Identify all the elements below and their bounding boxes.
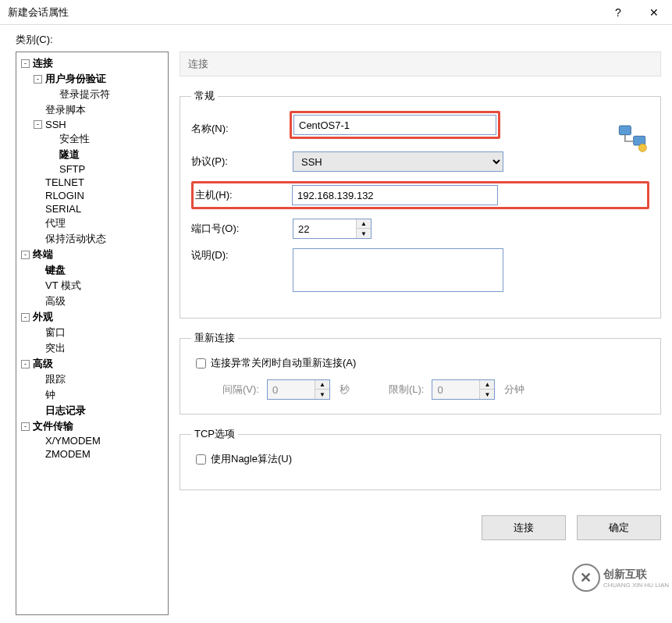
auto-reconnect-label: 连接异常关闭时自动重新连接(A) bbox=[211, 356, 356, 370]
reconnect-group: 重新连接 连接异常关闭时自动重新连接(A) 间隔(V): ▲▼ 秒 限制(L): bbox=[180, 331, 661, 415]
expand-icon[interactable]: - bbox=[21, 422, 30, 431]
watermark-text: 创新互联 bbox=[603, 568, 669, 582]
tree-vt-mode[interactable]: VT 模式 bbox=[45, 279, 81, 293]
interval-spinner: ▲▼ bbox=[267, 379, 330, 400]
expand-icon[interactable]: - bbox=[21, 360, 30, 368]
tcp-group: TCP选项 使用Nagle算法(U) bbox=[180, 427, 661, 490]
tree-ssh[interactable]: SSH bbox=[45, 119, 66, 130]
tree-security[interactable]: 安全性 bbox=[59, 132, 90, 146]
desc-label: 说明(D): bbox=[191, 248, 293, 262]
tree-terminal[interactable]: 终端 bbox=[33, 247, 53, 262]
watermark: ✕ 创新互联 CHUANG XIN HU LIAN bbox=[572, 564, 669, 592]
category-tree[interactable]: -连接 -用户身份验证 登录提示符 登录脚本 -SSH 安全性 隧道 bbox=[16, 52, 169, 615]
auto-reconnect-checkbox[interactable] bbox=[196, 358, 206, 368]
tree-proxy[interactable]: 代理 bbox=[45, 216, 66, 230]
unit-sec: 秒 bbox=[340, 383, 350, 397]
tree-sftp[interactable]: SFTP bbox=[59, 163, 85, 175]
tree-login-prompt[interactable]: 登录提示符 bbox=[59, 87, 110, 101]
connection-icon bbox=[615, 120, 649, 155]
general-group: 常规 名称(N): 协议(P): SSH bbox=[180, 89, 661, 319]
tree-bell[interactable]: 钟 bbox=[45, 388, 55, 402]
tree-window[interactable]: 窗口 bbox=[45, 326, 66, 340]
reconnect-legend: 重新连接 bbox=[191, 331, 238, 345]
watermark-sub: CHUANG XIN HU LIAN bbox=[603, 582, 669, 589]
nagle-label: 使用Nagle算法(U) bbox=[211, 452, 292, 466]
limit-spinner: ▲▼ bbox=[432, 379, 495, 400]
tree-logging[interactable]: 日志记录 bbox=[45, 404, 86, 418]
dialog-content: 类别(C): -连接 -用户身份验证 登录提示符 登录脚本 -SSH bbox=[0, 25, 672, 623]
tree-rlogin[interactable]: RLOGIN bbox=[45, 190, 84, 201]
expand-icon[interactable]: - bbox=[34, 120, 42, 129]
tree-user-auth[interactable]: 用户身份验证 bbox=[45, 72, 106, 86]
protocol-label: 协议(P): bbox=[191, 155, 293, 169]
tree-keep-alive[interactable]: 保持活动状态 bbox=[45, 232, 106, 246]
tree-trace[interactable]: 跟踪 bbox=[45, 372, 66, 386]
name-input[interactable] bbox=[293, 115, 496, 135]
tree-advanced2[interactable]: 高级 bbox=[33, 357, 53, 371]
tree-login-script[interactable]: 登录脚本 bbox=[45, 103, 86, 117]
tree-serial[interactable]: SERIAL bbox=[45, 203, 81, 215]
tree-zmodem[interactable]: ZMODEM bbox=[45, 448, 91, 460]
connect-button[interactable]: 连接 bbox=[482, 515, 566, 540]
host-input[interactable] bbox=[292, 185, 498, 205]
expand-icon[interactable]: - bbox=[34, 75, 42, 84]
tcp-legend: TCP选项 bbox=[191, 427, 238, 441]
spin-up-icon[interactable]: ▲ bbox=[357, 219, 371, 229]
tree-xymodem[interactable]: X/YMODEM bbox=[45, 435, 101, 447]
window-title: 新建会话属性 bbox=[8, 5, 69, 20]
interval-input bbox=[268, 380, 315, 399]
tree-keyboard[interactable]: 键盘 bbox=[45, 263, 66, 277]
port-label: 端口号(O): bbox=[191, 222, 293, 236]
spin-down-icon: ▼ bbox=[315, 390, 329, 399]
category-label: 类别(C): bbox=[16, 33, 661, 47]
spin-up-icon: ▲ bbox=[315, 380, 329, 390]
tree-advanced[interactable]: 高级 bbox=[45, 294, 66, 308]
dialog-buttons: 连接 确定 bbox=[180, 507, 661, 545]
titlebar: 新建会话属性 ? ✕ bbox=[0, 0, 672, 25]
ok-button[interactable]: 确定 bbox=[577, 515, 661, 540]
spin-up-icon: ▲ bbox=[480, 380, 494, 390]
expand-icon[interactable]: - bbox=[21, 313, 30, 322]
interval-label: 间隔(V): bbox=[222, 383, 259, 397]
limit-input bbox=[432, 380, 479, 399]
port-spinner[interactable]: ▲▼ bbox=[293, 219, 372, 239]
window-controls: ? ✕ bbox=[600, 0, 672, 25]
port-input[interactable] bbox=[293, 219, 356, 238]
close-button[interactable]: ✕ bbox=[636, 0, 672, 25]
section-header: 连接 bbox=[180, 52, 661, 77]
spin-down-icon[interactable]: ▼ bbox=[357, 229, 371, 238]
watermark-icon: ✕ bbox=[572, 564, 600, 592]
tree-telnet[interactable]: TELNET bbox=[45, 176, 84, 188]
tree-tunnel[interactable]: 隧道 bbox=[59, 148, 80, 162]
expand-icon[interactable]: - bbox=[21, 251, 30, 259]
svg-point-2 bbox=[638, 144, 646, 151]
unit-min: 分钟 bbox=[504, 383, 524, 397]
tree-connection[interactable]: 连接 bbox=[33, 56, 53, 70]
general-legend: 常规 bbox=[191, 89, 218, 103]
nagle-checkbox[interactable] bbox=[196, 454, 206, 465]
tree-highlight[interactable]: 突出 bbox=[45, 341, 66, 355]
help-button[interactable]: ? bbox=[600, 0, 636, 25]
limit-label: 限制(L): bbox=[389, 383, 425, 397]
spin-down-icon: ▼ bbox=[480, 390, 494, 399]
protocol-select[interactable]: SSH bbox=[293, 151, 503, 172]
svg-rect-0 bbox=[619, 126, 631, 135]
tree-appearance[interactable]: 外观 bbox=[33, 310, 53, 324]
name-label: 名称(N): bbox=[191, 122, 229, 136]
tree-file-transfer[interactable]: 文件传输 bbox=[33, 419, 73, 433]
desc-textarea[interactable] bbox=[293, 248, 503, 292]
host-label: 主机(H): bbox=[195, 188, 292, 202]
expand-icon[interactable]: - bbox=[21, 59, 30, 68]
